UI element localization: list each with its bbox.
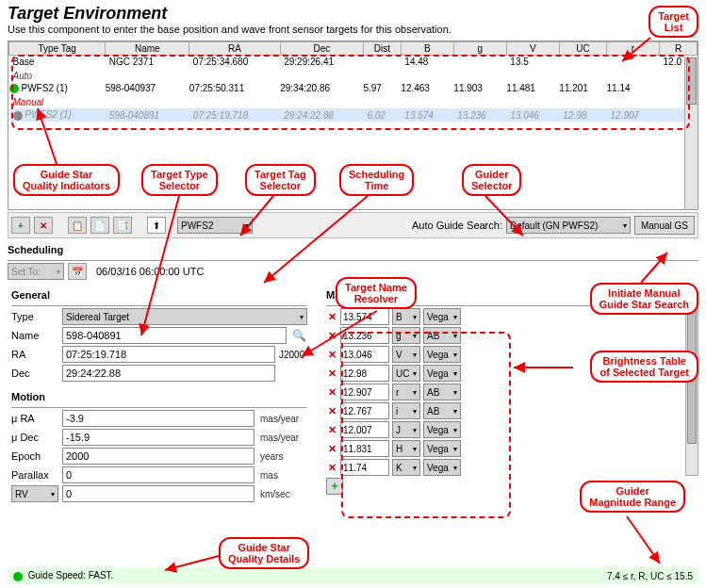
mag-band-selector[interactable]: V <box>392 346 420 363</box>
mag-row: ✕ K Vega <box>326 459 676 476</box>
callout: Guide Star Quality Details <box>219 537 309 569</box>
callout: Target Tag Selector <box>245 164 316 196</box>
mu-dec-field[interactable] <box>62 429 254 446</box>
mag-system-selector[interactable]: Vega <box>423 365 461 382</box>
mag-band-selector[interactable]: g <box>392 327 420 344</box>
mag-system-selector[interactable]: Vega <box>423 308 461 325</box>
mag-band-selector[interactable]: r <box>392 384 420 400</box>
copy-button[interactable]: 📋 <box>68 217 87 234</box>
paste-button[interactable]: 📄 <box>90 217 109 234</box>
svg-line-9 <box>627 516 660 564</box>
status-bar: Guide Speed: FAST. 7.4 ≤ r, R, UC ≤ 15.5 <box>8 567 698 584</box>
ags-label: Auto Guide Search: <box>412 220 502 231</box>
callout: Guider Selector <box>462 164 521 196</box>
set-to-selector[interactable]: Set To: <box>8 263 64 280</box>
mag-system-selector[interactable]: AB <box>423 327 461 344</box>
remove-mag-icon[interactable]: ✕ <box>326 311 337 323</box>
mag-row: ✕ i AB <box>326 402 676 419</box>
table-header-row: Type TagNameRADecDistBgVUCrR <box>9 42 698 56</box>
mag-value-field[interactable] <box>340 346 389 363</box>
mag-row: ✕ r AB <box>326 384 676 400</box>
resolver-icon[interactable]: 🔍 <box>290 327 307 344</box>
quality-dot-icon <box>13 111 23 121</box>
ra-field[interactable] <box>62 346 275 363</box>
remove-mag-icon[interactable]: ✕ <box>326 443 337 455</box>
mag-band-selector[interactable]: i <box>392 402 420 419</box>
callout: Initiate Manual Guide Star Search <box>590 283 698 315</box>
mag-row: ✕ g AB <box>326 327 676 344</box>
mag-value-field[interactable] <box>340 365 389 382</box>
scrollbar[interactable] <box>684 57 698 209</box>
rv-selector[interactable]: RV <box>11 485 58 502</box>
dec-field[interactable] <box>62 365 275 382</box>
remove-mag-icon[interactable]: ✕ <box>326 405 337 417</box>
mag-band-selector[interactable]: UC <box>392 365 420 382</box>
table-row[interactable]: PWFS2 (1)598-04089107:25:19.71829:24:22.… <box>9 108 698 121</box>
mag-value-field[interactable] <box>340 327 389 344</box>
mag-system-selector[interactable]: Vega <box>423 459 461 476</box>
mag-value-field[interactable] <box>340 308 389 325</box>
scheduling-time: 06/03/16 06:00:00 UTC <box>96 266 204 277</box>
epoch-field[interactable] <box>62 448 254 465</box>
toolbar: + ✕ 📋 📄 📑 ⬆ PWFS2 Auto Guide Search: Def… <box>8 212 698 238</box>
callout: Target Name Resolver <box>336 277 417 309</box>
status-dot-icon <box>13 572 23 581</box>
table-row: Manual <box>9 94 698 108</box>
mag-band-selector[interactable]: B <box>392 308 420 325</box>
callout: Guider Magnitude Range <box>580 481 685 513</box>
table-row[interactable]: BaseNGC 237107:25:34.68029:29:26.4114.48… <box>9 56 698 69</box>
parallax-field[interactable] <box>62 466 254 483</box>
callout: Guide Star Quality Indicators <box>13 164 120 196</box>
mag-value-field[interactable] <box>340 384 389 400</box>
mag-value-field[interactable] <box>340 459 389 476</box>
table-row[interactable]: PWFS2 (1)598-04093707:25:50.31129:34:20.… <box>9 82 698 94</box>
mag-band-selector[interactable]: K <box>392 459 420 476</box>
remove-mag-icon[interactable]: ✕ <box>326 386 337 399</box>
mag-system-selector[interactable]: Vega <box>423 346 461 363</box>
manual-gs-button[interactable]: Manual GS <box>634 216 695 235</box>
remove-mag-icon[interactable]: ✕ <box>326 462 337 474</box>
remove-mag-icon[interactable]: ✕ <box>326 368 337 380</box>
calendar-button[interactable]: 📅 <box>68 263 87 280</box>
tag-selector[interactable]: PWFS2 <box>177 217 253 234</box>
callout: Target Type Selector <box>141 164 218 196</box>
callout: Target List <box>649 6 698 38</box>
mu-ra-field[interactable] <box>62 410 254 427</box>
page-title: Target Environment <box>0 0 706 24</box>
mag-value-field[interactable] <box>340 421 389 438</box>
scrollbar[interactable] <box>685 301 698 476</box>
name-field[interactable] <box>62 327 287 344</box>
mag-row: ✕ J Vega <box>326 421 676 438</box>
table-row: Auto <box>9 68 698 82</box>
guider-selector[interactable]: Default (GN PWFS2) <box>506 217 631 234</box>
remove-mag-icon[interactable]: ✕ <box>326 349 337 361</box>
mag-system-selector[interactable]: AB <box>423 402 461 419</box>
callout: Brightness Table of Selected Target <box>590 351 698 383</box>
rv-field[interactable] <box>62 485 254 502</box>
remove-mag-icon[interactable]: ✕ <box>326 424 337 436</box>
mag-value-field[interactable] <box>340 440 389 457</box>
mag-value-field[interactable] <box>340 402 389 419</box>
mag-system-selector[interactable]: AB <box>423 384 461 400</box>
mag-system-selector[interactable]: Vega <box>423 440 461 457</box>
quality-dot-icon <box>9 84 19 93</box>
remove-mag-icon[interactable]: ✕ <box>326 330 337 342</box>
add-button[interactable]: + <box>11 217 30 234</box>
callout: Scheduling Time <box>339 164 414 196</box>
scheduling-group: Scheduling Set To: 📅 06/03/16 06:00:00 U… <box>8 242 698 280</box>
delete-button[interactable]: ✕ <box>34 217 53 234</box>
add-mag-button[interactable]: + <box>326 478 343 495</box>
mag-system-selector[interactable]: Vega <box>423 421 461 438</box>
mag-band-selector[interactable]: J <box>392 421 420 438</box>
primary-toggle[interactable]: ⬆ <box>147 217 166 234</box>
mag-range: 7.4 ≤ r, R, UC ≤ 15.5 <box>607 571 693 581</box>
subtitle: Use this component to enter the base pos… <box>0 24 706 41</box>
mag-row: ✕ H Vega <box>326 440 676 457</box>
dup-button[interactable]: 📑 <box>113 217 132 234</box>
mag-band-selector[interactable]: H <box>392 440 420 457</box>
type-selector[interactable]: Sidereal Target <box>62 308 307 325</box>
